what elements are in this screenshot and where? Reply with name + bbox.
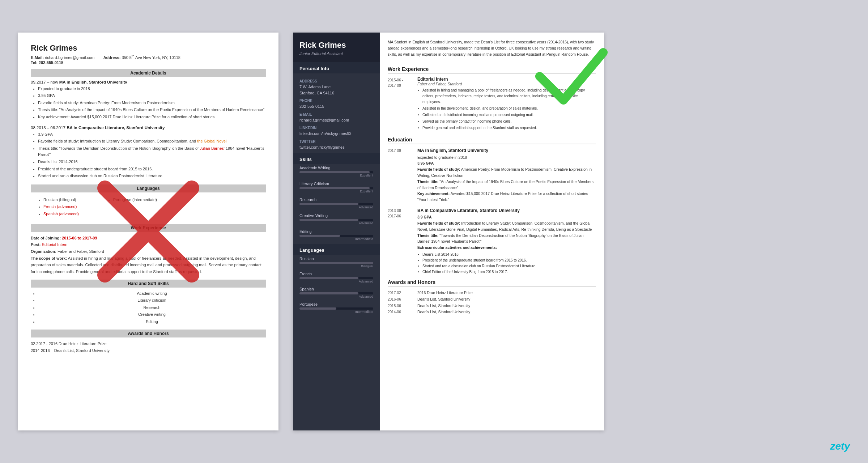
skill-editing: Editing Intermediate <box>293 228 380 244</box>
bad-resume-tel: Tel: 202-555-0115 <box>31 60 266 65</box>
bad-resume-email: E-Mail: richard.f.grimes@gmail.com Addre… <box>31 54 266 60</box>
summary-text: MA Student in English at Stanford Univer… <box>388 39 596 61</box>
zety-brand: zety <box>830 441 850 452</box>
address-value: 7 W. Adams Lane Stanford, CA 94116 <box>299 84 373 96</box>
bad-resume-name: Rick Grimes <box>31 43 266 53</box>
sidebar-skills-section: Skills <box>293 153 380 164</box>
lang-russian: Russian Bilingual <box>293 255 380 270</box>
page-container: Rick Grimes E-Mail: richard.f.grimes@gma… <box>18 33 850 430</box>
award-2: 2016-06 Dean's List, Stanford University <box>388 296 596 303</box>
edu-entry-1: 2017-09 MA in English, Stanford Universi… <box>388 147 596 203</box>
good-resume-title: Junior Editorial Assistant <box>299 51 373 56</box>
phone-value: 202-555-0115 <box>299 103 373 110</box>
lang-french: French Advanced <box>293 270 380 285</box>
twitter-value: twitter.com/rickyfllygrimes <box>299 144 373 150</box>
bad-work-header: Work Experience <box>31 224 266 232</box>
bad-lang-left: Russian (bilingual) French (advanced) Sp… <box>31 197 79 218</box>
bad-edu1-list: Expected to graduate in 2018 3.95 GPA Fa… <box>31 86 266 120</box>
award-4: 2014-06 Dean's List, Stanford University <box>388 309 596 315</box>
twitter-label: Twitter <box>299 140 373 144</box>
work-details-1: Editorial Intern Faber and Faber, Stanfo… <box>417 77 596 132</box>
bad-edu2-list: 3.9 GPA Favorite fields of study: Introd… <box>31 131 266 179</box>
bad-awards: 02.2017 - 2016 Drue Heinz Literature Pri… <box>31 340 266 355</box>
linkedin-label: LinkedIn <box>299 126 373 130</box>
edu-details-1: MA in English, Stanford University Expec… <box>417 147 596 203</box>
good-resume-name: Rick Grimes <box>299 41 373 50</box>
sidebar-personal-info: Address 7 W. Adams Lane Stanford, CA 941… <box>293 73 380 153</box>
linkedin-value: linkedin.com/in/rickygrimes93 <box>299 131 373 137</box>
good-resume: Rick Grimes Junior Editorial Assistant P… <box>293 33 604 430</box>
work-entry-1: 2015-06 -2017-09 Editorial Intern Faber … <box>388 77 596 132</box>
education-section-title: Education <box>388 137 596 144</box>
main-content: MA Student in English at Stanford Univer… <box>380 33 604 430</box>
bad-lang-right: Portugese (intermediate) <box>101 197 157 218</box>
bad-languages-header: Languages <box>31 184 266 192</box>
award-3: 2015-06 Dean's List, Stanford University <box>388 303 596 309</box>
bad-academic-section-header: Academic Details <box>31 69 266 77</box>
work-bullets-1: Assisted in hiring and managing a pool o… <box>417 88 596 131</box>
bad-edu2-line: 08.2013 – 06.2017 BA in Comparative Lite… <box>31 126 266 130</box>
bad-edu1: 09.2017 – now MA in English, Stanford Un… <box>31 80 266 120</box>
awards-list: 2017-02 2016 Drue Heinz Literature Prize… <box>388 290 596 315</box>
skill-literary-criticism: Literary Criticism Excellent <box>293 180 380 196</box>
award-1: 2017-02 2016 Drue Heinz Literature Prize <box>388 290 596 296</box>
bad-awards-header: Awards and Honors <box>31 330 266 337</box>
edu-entry-2: 2013-08 -2017-06 BA in Comparative Litar… <box>388 207 596 275</box>
edu-dates-1: 2017-09 <box>388 147 413 203</box>
skill-research: Research Advanced <box>293 196 380 212</box>
awards-section-title: Awards and Honors <box>388 279 596 287</box>
email-label: E-mail <box>299 112 373 116</box>
email-label: E-Mail: <box>31 55 44 60</box>
bad-languages: Russian (bilingual) French (advanced) Sp… <box>31 195 266 220</box>
sidebar: Rick Grimes Junior Editorial Assistant P… <box>293 33 380 430</box>
edu-dates-2: 2013-08 -2017-06 <box>388 207 413 275</box>
edu2-extra-list: Dean's List 2014-2016 President of the u… <box>417 252 596 275</box>
bad-skills-header: Hard and Soft Skills <box>31 280 266 288</box>
bad-skills-list: Academic writing Literary criticism Rese… <box>31 290 266 325</box>
skill-creative-writing: Creative Writing Advanced <box>293 212 380 228</box>
bad-edu2: 08.2013 – 06.2017 BA in Comparative Lite… <box>31 126 266 179</box>
sidebar-languages-section: Languages <box>293 244 380 255</box>
bad-work-entry: Date of Joining: 2015-06 to 2017-09 Post… <box>31 235 266 275</box>
bad-edu1-line: 09.2017 – now MA in English, Stanford Un… <box>31 80 266 84</box>
sidebar-personal-section: Personal Info <box>293 62 380 73</box>
work-title-1: Editorial Intern <box>417 77 596 82</box>
tel-label: Tel: 202-555-0115 <box>31 60 63 65</box>
address-label: Address: <box>103 55 121 60</box>
lang-spanish: Spanish Advanced <box>293 285 380 301</box>
sidebar-header: Rick Grimes Junior Editorial Assistant <box>293 33 380 62</box>
address-label: Address <box>299 79 373 83</box>
skill-academic-writing: Academic Writing Excellent <box>293 164 380 180</box>
email-value: richard.f.grimes@gmail.com <box>299 117 373 123</box>
work-section-title: Work Experience <box>388 66 596 74</box>
phone-label: Phone <box>299 99 373 103</box>
work-dates-1: 2015-06 -2017-09 <box>388 77 413 132</box>
lang-portugese: Portugese Intermediate <box>293 301 380 316</box>
edu-details-2: BA in Comparative Litarature, Stanford U… <box>417 207 596 275</box>
bad-resume: Rick Grimes E-Mail: richard.f.grimes@gma… <box>18 33 278 430</box>
work-org-1: Faber and Faber, Stanford <box>417 82 596 86</box>
